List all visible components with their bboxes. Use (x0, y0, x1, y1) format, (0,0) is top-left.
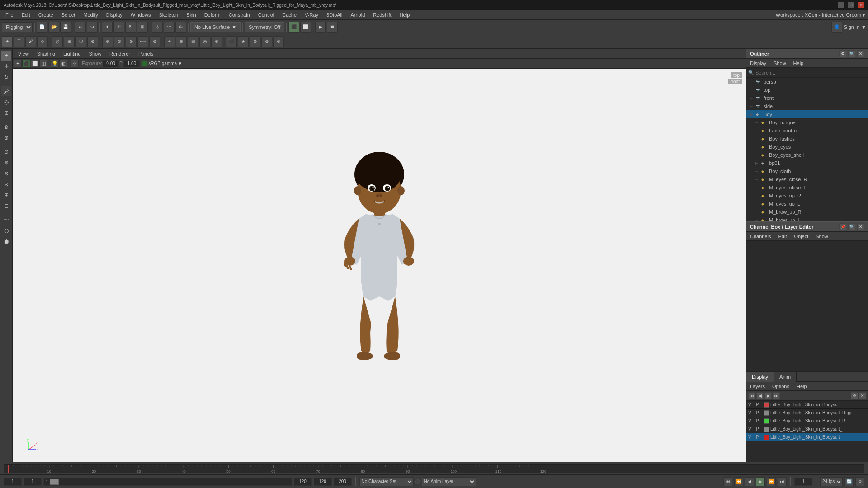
close-button[interactable]: ✕ (858, 2, 864, 8)
pinch-tool[interactable]: ⊞ (1, 190, 11, 200)
outliner-show-menu[interactable]: Show (772, 61, 788, 66)
menu-help[interactable]: Help (396, 11, 414, 19)
save-btn[interactable]: 💾 (60, 22, 71, 33)
snap-curve-btn[interactable]: 〰 (164, 22, 175, 33)
layer-v-2[interactable]: V (748, 418, 755, 423)
tree-item-bp01[interactable]: ▶◆bp01 (746, 159, 868, 167)
layer-row-1[interactable]: V P Little_Boy_Light_Skin_in_Bodysuit_Ri… (746, 409, 868, 417)
vp-shaded-btn[interactable]: ⬛ (22, 60, 30, 68)
go-end-btn[interactable]: ⏭ (778, 477, 787, 486)
viewport[interactable]: top front (13, 69, 746, 462)
exposure-input[interactable] (103, 60, 119, 67)
constraint-point-btn[interactable]: + (164, 36, 175, 47)
start-frame-input[interactable] (4, 478, 22, 486)
layer-v-1[interactable]: V (748, 410, 755, 415)
move-btn2[interactable]: ⊹ (37, 36, 48, 47)
layer-p-4[interactable]: P (756, 435, 762, 440)
end-frame-input[interactable] (294, 478, 312, 486)
tree-item-front[interactable]: ─📷front (746, 94, 868, 102)
tree-item-boy_eyes_shell[interactable]: ─◆Boy_eyes_shell (746, 151, 868, 159)
layer-rewind-btn[interactable]: ⏮ (748, 392, 755, 399)
select-tool-btn[interactable]: ✦ (102, 22, 113, 33)
layer-p-0[interactable]: P (756, 402, 762, 407)
constraint-orient-btn[interactable]: ⊕ (176, 36, 187, 47)
layer-row-2[interactable]: V P Little_Boy_Light_Skin_in_Bodysuit_R (746, 417, 868, 425)
ipr-btn[interactable]: ⬜ (300, 22, 311, 33)
menu-edit[interactable]: Edit (18, 11, 34, 19)
constraint-scale-btn[interactable]: ⊞ (188, 36, 198, 47)
edit-menu[interactable]: Edit (776, 234, 788, 239)
menu-redshift[interactable]: Redshift (369, 11, 395, 19)
step-back-btn[interactable]: ⏪ (734, 477, 743, 486)
workspace-selector[interactable]: Workspace : XGen - Interactive Groom▼ (776, 12, 866, 18)
open-btn[interactable]: 📂 (48, 22, 59, 33)
scale-tool-btn[interactable]: ⊞ (137, 22, 148, 33)
layer-next-btn[interactable]: ▶ (764, 392, 772, 399)
gamma-input[interactable] (123, 60, 140, 67)
menu-select[interactable]: Select (58, 11, 79, 19)
soft-select-tool[interactable]: ◎ (1, 97, 11, 107)
frame-number-input[interactable] (794, 478, 812, 486)
weight-btn[interactable]: ⊛ (126, 36, 137, 47)
vp-lights-btn[interactable]: 💡 (51, 60, 59, 68)
render-btn[interactable]: ⬛ (288, 22, 299, 33)
tree-item-m_eyes_up_l[interactable]: ─◆M_eyes_up_L (746, 200, 868, 208)
show-menu[interactable]: Show (814, 234, 830, 239)
color-dropdown-arrow[interactable]: ▼ (178, 61, 182, 66)
layer-add-btn[interactable]: ⚙ (851, 392, 858, 399)
tree-item-side[interactable]: ─📷side (746, 102, 868, 110)
maximize-button[interactable]: □ (848, 2, 854, 8)
loop-btn[interactable]: 🔄 (844, 477, 854, 486)
smooth-tool[interactable]: ⊛ (1, 158, 11, 168)
outliner-display-menu[interactable]: Display (748, 61, 768, 66)
menu-vray[interactable]: V-Ray (301, 11, 322, 19)
snap-grid-btn[interactable]: ⊹ (152, 22, 163, 33)
node-editor-btn[interactable]: ⬛ (226, 36, 237, 47)
lighting-menu[interactable]: Lighting (60, 50, 85, 57)
tree-item-boy_eyes[interactable]: ─◆Boy_eyes (746, 143, 868, 151)
layer-row-3[interactable]: V P Little_Boy_Light_Skin_in_Bodysuit_ (746, 425, 868, 433)
tree-item-m_brow_up_l[interactable]: ─◆M_brow_up_L (746, 216, 868, 221)
menu-3dtoall[interactable]: 3DtoAll (323, 11, 346, 19)
tree-item-m_brow_up_r[interactable]: ─◆M_brow_up_R (746, 208, 868, 216)
new-scene-btn[interactable]: 📄 (37, 22, 47, 33)
layer-remove-btn[interactable]: ✕ (859, 392, 866, 399)
flatten-tool[interactable]: ⊟ (1, 201, 11, 211)
skin-btn[interactable]: ⊙ (114, 36, 125, 47)
vp-wire-btn[interactable]: ⬜ (31, 60, 39, 68)
outliner-close-btn[interactable]: ✕ (857, 50, 864, 57)
layer-row-0[interactable]: V P Little_Boy_Light_Skin_in_Bodysu (746, 401, 868, 409)
range-end-input[interactable] (314, 478, 332, 486)
anim-tab[interactable]: Anim (774, 372, 797, 382)
no-character-dropdown[interactable]: No Character Set (359, 477, 414, 486)
joint-btn[interactable]: ⊗ (87, 36, 98, 47)
no-live-surface-btn[interactable]: No Live Surface ▼ (190, 22, 241, 32)
tree-item-boy_lashes[interactable]: ─◆Boy_lashes (746, 135, 868, 143)
constraint-parent-btn[interactable]: ⊗ (211, 36, 222, 47)
layer-p-1[interactable]: P (756, 410, 762, 415)
sculpt-tool[interactable]: ⊙ (1, 147, 11, 157)
lattice-tool[interactable]: ⊞ (1, 108, 11, 118)
tree-item-persp[interactable]: ─📷persp (746, 78, 868, 86)
minimize-button[interactable]: — (838, 2, 844, 8)
symmetry-btn[interactable]: Symmetry: Off (245, 22, 284, 32)
display-tab[interactable]: Display (746, 372, 774, 382)
outliner-search[interactable]: 🔍 (746, 68, 868, 78)
layer-p-3[interactable]: P (756, 427, 762, 432)
menu-arnold[interactable]: Arnold (347, 11, 368, 19)
show-menu[interactable]: Show (85, 50, 105, 57)
channel-box-pin-btn[interactable]: 📌 (839, 223, 846, 230)
play-back-btn[interactable]: ◀ (745, 477, 754, 486)
renderer-menu[interactable]: Renderer (106, 50, 134, 57)
tree-item-m_eyes_close_r[interactable]: ─◆M_eyes_close_R (746, 175, 868, 183)
anim-settings-btn[interactable]: ⚙ (855, 477, 864, 486)
bend-btn[interactable]: ⬡ (75, 36, 86, 47)
menu-create[interactable]: Create (35, 11, 57, 19)
channel-box-search-btn[interactable]: 🔍 (848, 223, 855, 230)
paint-weights-btn[interactable]: ⊛ (250, 36, 260, 47)
move-tool[interactable]: ✛ (1, 61, 11, 71)
current-frame-input[interactable] (24, 478, 42, 486)
view-menu[interactable]: View (14, 50, 33, 57)
menu-skeleton[interactable]: Skeleton (155, 11, 182, 19)
vp-select-btn[interactable]: ✦ (14, 60, 22, 68)
